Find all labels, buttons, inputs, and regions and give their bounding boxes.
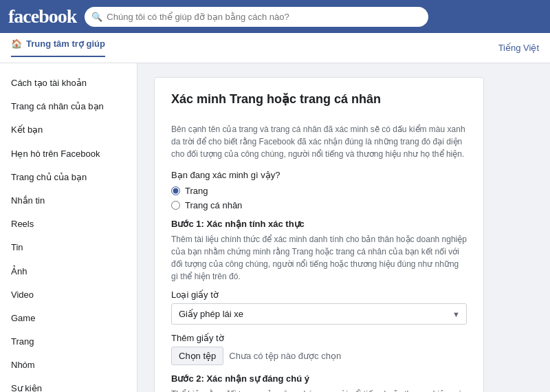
no-file-text: Chưa có tệp nào được chọn	[229, 351, 341, 361]
sidebar-item-3[interactable]: Hẹn hò trên Facebook	[0, 142, 137, 166]
sidebar-item-4[interactable]: Trang chủ của bạn	[0, 166, 137, 189]
intro-text: Bên cạnh tên của trang và trang cá nhân …	[171, 123, 467, 160]
search-icon: 🔍	[91, 12, 102, 22]
radio-page-input[interactable]	[171, 186, 180, 195]
step1-label: Bước 1: Xác nhận tính xác thực	[171, 219, 467, 229]
help-center-label: Trung tâm trợ giúp	[26, 39, 105, 49]
doc-type-select[interactable]: Giấy phép lái xe Hộ chiếu CMND/CCCD	[171, 303, 467, 325]
facebook-logo: facebook	[8, 6, 76, 28]
sidebar-item-8[interactable]: Ảnh	[0, 260, 137, 283]
help-center-link[interactable]: 🏠 Trung tâm trợ giúp	[11, 39, 105, 57]
file-section: Thêm giấy tờ Chọn tệp Chưa có tệp nào đư…	[171, 333, 467, 365]
question-label: Bạn đang xác minh gì vậy?	[171, 170, 467, 180]
radio-page-label: Trang	[185, 186, 208, 196]
subheader: 🏠 Trung tâm trợ giúp Tiếng Việt	[0, 33, 550, 63]
radio-profile-input[interactable]	[171, 201, 180, 210]
sidebar-item-12[interactable]: Nhóm	[0, 353, 137, 377]
search-input[interactable]	[85, 7, 428, 27]
file-row: Chọn tệp Chưa có tệp nào được chọn	[171, 347, 467, 365]
radio-profile[interactable]: Trang cá nhân	[171, 200, 467, 210]
file-label: Thêm giấy tờ	[171, 333, 467, 343]
header: facebook 🔍	[0, 0, 550, 33]
choose-file-button[interactable]: Chọn tệp	[171, 347, 223, 365]
home-icon: 🏠	[11, 39, 22, 49]
step1-desc: Thêm tài liệu chính thức để xác minh dan…	[171, 233, 467, 283]
sidebar-item-13[interactable]: Sự kiện	[0, 377, 137, 392]
sidebar-item-2[interactable]: Kết bạn	[0, 118, 137, 142]
sidebar-item-5[interactable]: Nhắn tin	[0, 189, 137, 213]
search-bar: 🔍	[85, 7, 428, 27]
doc-type-label: Loại giấy tờ	[171, 290, 467, 300]
sidebar: Cách tạo tài khoảnTrang cá nhân của bạnK…	[0, 63, 138, 392]
sidebar-item-9[interactable]: Video	[0, 283, 137, 307]
doc-type-select-wrap: Giấy phép lái xe Hộ chiếu CMND/CCCD ▼	[171, 303, 467, 325]
sidebar-item-6[interactable]: Reels	[0, 213, 137, 236]
radio-page[interactable]: Trang	[171, 186, 467, 196]
step2-desc: Thể hiện rằng đối tượng của công chúng, …	[171, 388, 467, 392]
sidebar-item-11[interactable]: Trang	[0, 330, 137, 353]
content-card: Xác minh Trang hoặc trang cá nhân Bên cạ…	[154, 77, 484, 392]
page-title: Xác minh Trang hoặc trang cá nhân	[171, 91, 467, 112]
radio-profile-label: Trang cá nhân	[185, 200, 242, 210]
content-area: Xác minh Trang hoặc trang cá nhân Bên cạ…	[138, 63, 550, 392]
language-link[interactable]: Tiếng Việt	[498, 43, 539, 53]
main-layout: Cách tạo tài khoảnTrang cá nhân của bạnK…	[0, 63, 550, 392]
sidebar-item-10[interactable]: Game	[0, 307, 137, 330]
sidebar-item-7[interactable]: Tin	[0, 236, 137, 259]
verification-type-group: Trang Trang cá nhân	[171, 186, 467, 210]
sidebar-item-0[interactable]: Cách tạo tài khoản	[0, 72, 137, 95]
sidebar-item-1[interactable]: Trang cá nhân của bạn	[0, 95, 137, 118]
step2-label: Bước 2: Xác nhận sự đáng chú ý	[171, 373, 467, 384]
